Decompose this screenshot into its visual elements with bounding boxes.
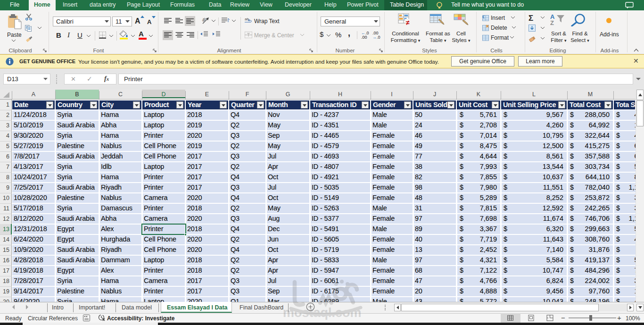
svg-text:≠: ≠ [406,19,410,26]
svg-text:ab: ab [202,17,207,23]
svg-text:Z: Z [550,19,554,25]
svg-text:mostaql.com: mostaql.com [283,306,362,320]
